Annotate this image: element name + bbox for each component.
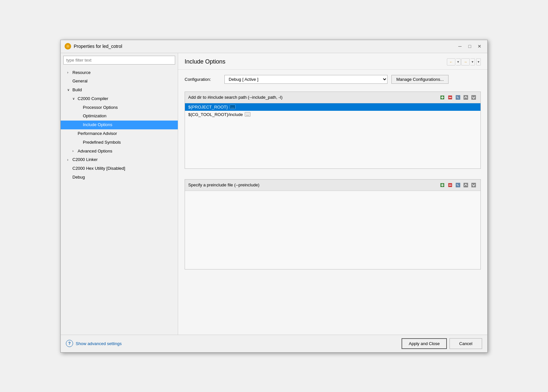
move-down-icon [471,95,476,100]
list-item[interactable]: ${PROJECT_ROOT} ... [185,103,480,111]
delete-icon [448,182,453,188]
include-edit-button[interactable]: ✎ [454,94,462,101]
edit-icon: ✎ [455,182,461,188]
include-path-section: Add dir to #include search path (--inclu… [185,92,481,169]
configuration-label: Configuration: [185,77,221,82]
minimize-button[interactable]: ─ [456,42,464,50]
manage-configurations-button[interactable]: Manage Configurations... [391,75,449,84]
nav-menu-button[interactable]: ▼ [476,58,481,65]
cancel-button[interactable]: Cancel [449,338,482,349]
svg-rect-10 [471,95,476,100]
title-bar-left: Properties for led_cotrol [65,43,122,50]
back-dropdown-button[interactable]: ▼ [456,58,461,65]
add-icon [440,95,445,100]
sidebar-item-processor-options[interactable]: Processor Options [61,103,178,112]
sidebar-item-c2000-compiler[interactable]: ∨ C2000 Compiler [61,94,178,103]
title-bar-controls: ─ □ ✕ [456,42,483,50]
preinclude-label: Specify a preinclude file (--preinclude) [188,182,259,187]
tree-item-label: Optimization [83,113,106,120]
configuration-row: Configuration: Debug [ Active ] Release … [185,75,481,84]
sidebar-item-debug[interactable]: Debug [61,173,178,182]
filter-input[interactable] [63,56,175,65]
tree-item-label: Performance Advisor [78,130,117,137]
back-button[interactable]: ← [447,58,455,65]
sidebar-item-predefined-symbols[interactable]: Predefined Symbols [61,138,178,147]
tree-item-label: Build [72,87,82,94]
expand-arrow: › [67,70,71,75]
nav-menu-icon: ▼ [477,60,480,64]
delete-icon [448,95,453,100]
edit-icon: ✎ [455,95,461,100]
preinclude-delete-button[interactable] [447,181,454,189]
tree-item-label: Include Options [83,122,112,128]
ellipsis-button[interactable]: ... [230,105,235,109]
preinclude-actions: ✎ [439,181,477,189]
svg-point-1 [67,45,69,48]
svg-rect-9 [464,95,468,100]
tree: › Resource General ∨ Build ∨ C2000 Compi… [61,67,178,335]
sidebar-item-resource[interactable]: › Resource [61,68,178,77]
preinclude-move-down-button[interactable] [470,181,477,189]
footer-right: Apply and Close Cancel [402,338,482,349]
preinclude-header: Specify a preinclude file (--preinclude) [185,180,480,191]
configuration-select[interactable]: Debug [ Active ] Release [224,75,388,84]
list-item-text: ${PROJECT_ROOT} [188,105,228,109]
dialog-title: Properties for led_cotrol [74,44,122,49]
tree-item-label: General [72,78,87,85]
svg-text:✎: ✎ [456,96,459,99]
footer-left: ? Show advanced settings [66,340,122,347]
include-path-list: ${PROJECT_ROOT} ... ${CG_TOOL_ROOT}/incl… [185,103,480,168]
forward-arrow-icon: → [464,60,467,64]
preinclude-move-up-button[interactable] [462,181,469,189]
forward-dropdown-button[interactable]: ▼ [470,58,475,65]
preinclude-list [185,191,480,269]
left-panel: › Resource General ∨ Build ∨ C2000 Compi… [61,53,178,335]
sidebar-item-general[interactable]: General [61,77,178,86]
sidebar-item-build[interactable]: ∨ Build [61,86,178,94]
expand-arrow: ∨ [72,96,76,101]
include-move-down-button[interactable] [470,94,477,101]
sidebar-item-performance-advisor[interactable]: Performance Advisor [61,129,178,138]
preinclude-add-button[interactable] [439,181,446,189]
title-bar: Properties for led_cotrol ─ □ ✕ [61,40,487,53]
svg-rect-19 [471,183,476,187]
apply-close-button[interactable]: Apply and Close [402,338,447,349]
move-down-icon [471,182,476,188]
sidebar-item-include-options[interactable]: Include Options [61,121,178,129]
tree-item-label: C2000 Linker [72,156,98,163]
list-item-text: ${CG_TOOL_ROOT}/include [188,112,243,117]
show-advanced-link[interactable]: Show advanced settings [76,341,122,346]
sidebar-item-c2000-hex-utility[interactable]: C2000 Hex Utility [Disabled] [61,164,178,173]
include-add-button[interactable] [439,94,446,101]
preinclude-edit-button[interactable]: ✎ [454,181,462,189]
preinclude-section: Specify a preinclude file (--preinclude) [185,179,481,269]
sidebar-item-optimization[interactable]: Optimization [61,112,178,121]
include-delete-button[interactable] [447,94,454,101]
forward-dropdown-icon: ▼ [471,60,474,64]
svg-rect-18 [464,183,468,187]
properties-dialog: Properties for led_cotrol ─ □ ✕ › Resour… [60,40,488,353]
expand-arrow: › [67,157,71,163]
back-arrow-icon: ← [449,60,453,64]
sidebar-item-c2000-linker[interactable]: › C2000 Linker [61,155,178,164]
dialog-footer: ? Show advanced settings Apply and Close… [61,335,487,352]
nav-arrows: ← ▼ → ▼ ▼ [447,58,481,65]
list-item[interactable]: ${CG_TOOL_ROOT}/include ... [185,111,480,118]
sidebar-item-advanced-options[interactable]: › Advanced Options [61,147,178,156]
dialog-body: › Resource General ∨ Build ∨ C2000 Compi… [61,53,487,335]
ellipsis-button[interactable]: ... [245,112,250,117]
maximize-button[interactable]: □ [466,42,474,50]
move-up-icon [463,182,468,188]
include-path-header: Add dir to #include search path (--inclu… [185,92,480,103]
expand-arrow: ∨ [67,87,71,93]
add-icon [440,182,445,188]
include-path-label: Add dir to #include search path (--inclu… [188,95,282,100]
forward-button[interactable]: → [461,58,470,65]
tree-item-label: Resource [72,69,91,76]
close-button[interactable]: ✕ [476,42,483,50]
include-move-up-button[interactable] [462,94,469,101]
right-panel: Include Options ← ▼ → ▼ ▼ [178,53,487,335]
page-title: Include Options [185,58,225,65]
dialog-icon [65,43,71,50]
help-icon[interactable]: ? [66,340,73,347]
